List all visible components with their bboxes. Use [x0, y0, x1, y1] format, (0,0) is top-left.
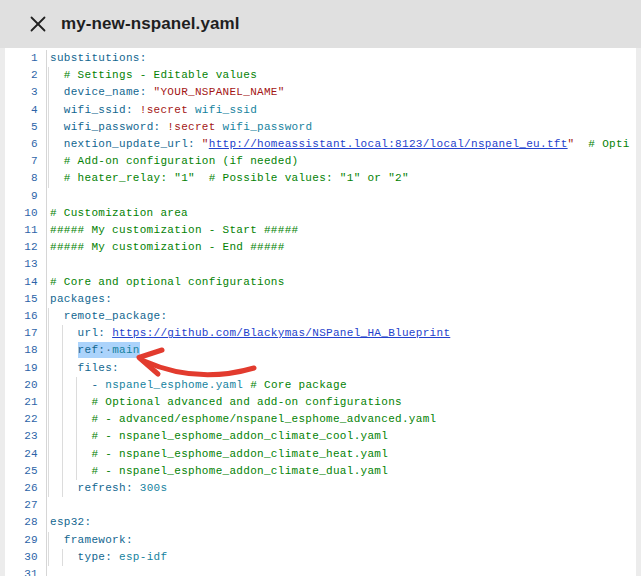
code-line-text: # Settings - Editable values [47, 67, 636, 84]
code-line[interactable]: 3 device_name: "YOUR_NSPANEL_NAME" [5, 84, 636, 101]
code-line-text: packages: [47, 291, 636, 308]
code-line-text: # - nspanel_esphome_addon_climate_dual.y… [47, 463, 636, 480]
code-line[interactable]: 11##### My customization - Start ##### [5, 222, 636, 239]
yaml-editor[interactable]: 1substitutions:2 # Settings - Editable v… [5, 48, 636, 576]
code-line-text: refresh: 300s [47, 480, 636, 497]
line-number[interactable]: 17 [5, 325, 47, 342]
line-number[interactable]: 27 [5, 497, 47, 514]
line-number[interactable]: 18 [5, 342, 47, 359]
code-line[interactable]: 15packages: [5, 291, 636, 308]
code-line-text: wifi_password: !secret wifi_password [47, 119, 636, 136]
code-line[interactable]: 30 type: esp-idf [5, 549, 636, 566]
code-line[interactable]: 31 [5, 566, 636, 576]
line-number[interactable]: 24 [5, 446, 47, 463]
code-area[interactable]: 1substitutions:2 # Settings - Editable v… [5, 50, 636, 576]
code-line-text: framework: [47, 532, 636, 549]
code-line[interactable]: 2 # Settings - Editable values [5, 67, 636, 84]
code-line-text: url: https://github.com/Blackymas/NSPane… [47, 325, 636, 342]
code-line[interactable]: 12##### My customization - End ##### [5, 239, 636, 256]
code-line[interactable]: 23 # - nspanel_esphome_addon_climate_coo… [5, 428, 636, 445]
code-line[interactable]: 25 # - nspanel_esphome_addon_climate_dua… [5, 463, 636, 480]
code-line-text: # Customization area [47, 205, 636, 222]
code-line-text: nextion_update_url: "http://homeassistan… [47, 136, 636, 153]
line-number[interactable]: 31 [5, 566, 47, 576]
code-line[interactable]: 7 # Add-on configuration (if needed) [5, 153, 636, 170]
line-number[interactable]: 13 [5, 256, 47, 273]
code-line[interactable]: 5 wifi_password: !secret wifi_password [5, 119, 636, 136]
code-line[interactable]: 27 [5, 497, 636, 514]
code-line[interactable]: 10# Customization area [5, 205, 636, 222]
code-line[interactable]: 16 remote_package: [5, 308, 636, 325]
code-line-text: # Add-on configuration (if needed) [47, 153, 636, 170]
code-line-text: # Optional advanced and add-on configura… [47, 394, 636, 411]
code-line[interactable]: 13 [5, 256, 636, 273]
code-line-text: - nspanel_esphome.yaml # Core package [47, 377, 636, 394]
line-number[interactable]: 19 [5, 360, 47, 377]
file-title: my-new-nspanel.yaml [61, 14, 240, 34]
code-line[interactable]: 26 refresh: 300s [5, 480, 636, 497]
code-line-text: remote_package: [47, 308, 636, 325]
line-number[interactable]: 12 [5, 239, 47, 256]
line-number[interactable]: 21 [5, 394, 47, 411]
line-number[interactable]: 3 [5, 84, 47, 101]
line-number[interactable]: 30 [5, 549, 47, 566]
line-number[interactable]: 22 [5, 411, 47, 428]
code-line-text: ##### My customization - Start ##### [47, 222, 636, 239]
code-line-text: # heater_relay: "1" # Possible values: "… [47, 170, 636, 187]
line-number[interactable]: 28 [5, 514, 47, 531]
line-number[interactable]: 20 [5, 377, 47, 394]
code-line-text: # - nspanel_esphome_addon_climate_heat.y… [47, 446, 636, 463]
code-line[interactable]: 29 framework: [5, 532, 636, 549]
code-line[interactable]: 4 wifi_ssid: !secret wifi_ssid [5, 102, 636, 119]
code-line[interactable]: 8 # heater_relay: "1" # Possible values:… [5, 170, 636, 187]
line-number[interactable]: 2 [5, 67, 47, 84]
line-number[interactable]: 15 [5, 291, 47, 308]
code-line[interactable]: 1substitutions: [5, 50, 636, 67]
code-line[interactable]: 28esp32: [5, 514, 636, 531]
code-line[interactable]: 21 # Optional advanced and add-on config… [5, 394, 636, 411]
code-line[interactable]: 9 [5, 188, 636, 205]
code-line-text: device_name: "YOUR_NSPANEL_NAME" [47, 84, 636, 101]
code-line-text: # Core and optional configurations [47, 274, 636, 291]
code-line[interactable]: 6 nextion_update_url: "http://homeassist… [5, 136, 636, 153]
line-number[interactable]: 1 [5, 50, 47, 67]
code-line-text: files: [47, 360, 636, 377]
code-line-text [47, 566, 636, 576]
code-line-text [47, 188, 636, 205]
x-glyph [29, 15, 47, 33]
code-line[interactable]: 17 url: https://github.com/Blackymas/NSP… [5, 325, 636, 342]
line-number[interactable]: 29 [5, 532, 47, 549]
code-line-text: wifi_ssid: !secret wifi_ssid [47, 102, 636, 119]
line-number[interactable]: 14 [5, 274, 47, 291]
line-number[interactable]: 5 [5, 119, 47, 136]
code-line-text: ##### My customization - End ##### [47, 239, 636, 256]
code-line[interactable]: 18 ref:·main [5, 342, 636, 359]
line-number[interactable]: 23 [5, 428, 47, 445]
close-icon[interactable] [28, 14, 48, 34]
code-line-text: esp32: [47, 514, 636, 531]
line-number[interactable]: 7 [5, 153, 47, 170]
code-line-text [47, 497, 636, 514]
code-line-text: type: esp-idf [47, 549, 636, 566]
line-number[interactable]: 25 [5, 463, 47, 480]
file-header-bar: my-new-nspanel.yaml [0, 0, 641, 48]
line-number[interactable]: 10 [5, 205, 47, 222]
code-line-text: ref:·main [47, 342, 636, 359]
code-line-text: substitutions: [47, 50, 636, 67]
line-number[interactable]: 16 [5, 308, 47, 325]
code-line[interactable]: 20 - nspanel_esphome.yaml # Core package [5, 377, 636, 394]
line-number[interactable]: 9 [5, 188, 47, 205]
line-number[interactable]: 6 [5, 136, 47, 153]
code-line[interactable]: 22 # - advanced/esphome/nspanel_esphome_… [5, 411, 636, 428]
line-number[interactable]: 11 [5, 222, 47, 239]
line-number[interactable]: 8 [5, 170, 47, 187]
code-line[interactable]: 24 # - nspanel_esphome_addon_climate_hea… [5, 446, 636, 463]
code-line[interactable]: 14# Core and optional configurations [5, 274, 636, 291]
code-line-text: # - nspanel_esphome_addon_climate_cool.y… [47, 428, 636, 445]
code-line-text: # - advanced/esphome/nspanel_esphome_adv… [47, 411, 636, 428]
code-line[interactable]: 19 files: [5, 360, 636, 377]
line-number[interactable]: 26 [5, 480, 47, 497]
line-number[interactable]: 4 [5, 102, 47, 119]
code-line-text [47, 256, 636, 273]
